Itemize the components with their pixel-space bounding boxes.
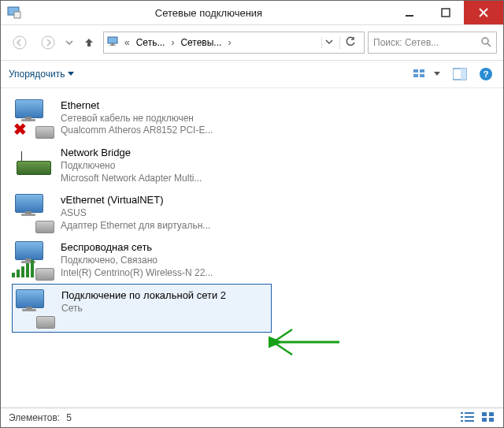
connection-item-vethernet[interactable]: vEthernet (VirtualNET) ASUS Адаптер Ethe… [12, 189, 270, 236]
chevron-right-icon: › [226, 37, 232, 48]
refresh-button[interactable] [339, 36, 361, 50]
svg-rect-1 [14, 12, 20, 18]
svg-rect-32 [482, 418, 487, 422]
organize-label: Упорядочить [9, 69, 65, 80]
status-label: Элементов: [9, 412, 60, 423]
wifi-icon [15, 241, 53, 279]
connection-device: Сеть [61, 303, 226, 315]
minimize-button[interactable] [391, 1, 428, 24]
connection-status: Подключено [61, 160, 202, 173]
titlebar: Сетевые подключения [1, 1, 503, 25]
svg-rect-10 [109, 45, 116, 46]
organize-menu[interactable]: Упорядочить [9, 69, 74, 80]
preview-pane-button[interactable] [450, 66, 470, 82]
network-icon [107, 35, 120, 50]
connection-name: Network Bridge [61, 147, 202, 160]
svg-rect-24 [461, 412, 463, 414]
svg-rect-30 [482, 412, 487, 416]
chevron-down-icon [434, 71, 440, 77]
close-button[interactable] [464, 1, 503, 24]
breadcrumb-item[interactable]: Сетевы... [179, 37, 223, 48]
help-icon: ? [480, 68, 492, 80]
help-button[interactable]: ? [476, 66, 495, 82]
view-mode-button[interactable] [410, 66, 443, 82]
large-icons-view-button[interactable] [481, 411, 495, 425]
ethernet-icon [15, 194, 53, 232]
back-button[interactable] [7, 32, 32, 53]
status-count: 5 [66, 412, 72, 423]
svg-rect-17 [420, 74, 424, 77]
breadcrumb-item[interactable]: Сеть... [135, 37, 167, 48]
connection-status: Сетевой кабель не подключен [61, 113, 213, 125]
svg-rect-27 [465, 416, 474, 418]
connection-item-wireless[interactable]: Беспроводная сеть Подключено, Связано In… [12, 236, 270, 284]
ethernet-icon [16, 289, 54, 327]
connection-name: vEthernet (VirtualNET) [61, 194, 210, 207]
svg-rect-3 [442, 9, 450, 17]
connection-status: Подключено, Связано [61, 255, 213, 267]
connection-device: Microsoft Network Adapter Multi... [61, 173, 202, 185]
svg-rect-15 [420, 69, 424, 73]
navbar: « Сеть... › Сетевы... › Поиск: Сетев... [1, 25, 503, 61]
svg-rect-31 [489, 412, 494, 416]
svg-rect-28 [461, 420, 463, 422]
window-title: Сетевые подключения [26, 7, 391, 19]
connection-name: Подключение по локальной сети 2 [61, 289, 226, 303]
details-view-button[interactable] [461, 411, 475, 425]
address-bar[interactable]: « Сеть... › Сетевы... › [103, 32, 365, 54]
connection-device: Адаптер Ethernet для виртуальн... [61, 220, 210, 233]
recent-locations-button[interactable] [64, 32, 75, 53]
maximize-button[interactable] [428, 1, 464, 24]
svg-rect-8 [108, 37, 117, 43]
svg-rect-29 [465, 420, 474, 422]
svg-line-12 [487, 43, 491, 47]
connection-name: Ethernet [61, 99, 213, 113]
svg-marker-13 [68, 72, 74, 76]
svg-marker-18 [434, 72, 440, 76]
search-icon [480, 36, 491, 50]
breadcrumb-sep: « [123, 37, 132, 48]
svg-rect-33 [489, 418, 494, 422]
connection-item-bridge[interactable]: Network Bridge Подключено Microsoft Netw… [12, 142, 270, 189]
svg-line-22 [273, 329, 292, 342]
toolbar: Упорядочить ? [1, 61, 503, 88]
chevron-down-icon [68, 71, 74, 77]
svg-rect-25 [465, 412, 474, 414]
address-dropdown-button[interactable] [321, 37, 336, 48]
svg-point-7 [42, 36, 54, 49]
chevron-right-icon: › [169, 37, 176, 48]
connections-list: ✖ Ethernet Сетевой кабель не подключен Q… [1, 88, 503, 408]
connection-item-ethernet[interactable]: ✖ Ethernet Сетевой кабель не подключен Q… [12, 95, 270, 142]
connection-name: Беспроводная сеть [61, 241, 213, 255]
svg-line-23 [273, 342, 292, 355]
forward-button[interactable] [35, 32, 61, 53]
bridge-icon [15, 147, 53, 184]
search-input[interactable]: Поиск: Сетев... [368, 32, 497, 54]
svg-rect-2 [406, 15, 413, 17]
svg-rect-14 [413, 69, 418, 73]
connection-status: ASUS [61, 207, 210, 220]
connection-device: Intel(R) Centrino(R) Wireless-N 22... [61, 267, 213, 280]
search-placeholder: Поиск: Сетев... [373, 37, 476, 48]
svg-rect-20 [461, 69, 466, 80]
svg-point-6 [13, 36, 26, 49]
connection-device: Qualcomm Atheros AR8152 PCI-E... [61, 125, 213, 137]
ethernet-disconnected-icon: ✖ [15, 99, 53, 137]
control-panel-icon [7, 6, 21, 20]
window: Сетевые подключения [0, 0, 504, 428]
svg-rect-16 [413, 74, 418, 77]
up-button[interactable] [78, 32, 100, 53]
annotation-arrow [269, 318, 347, 366]
window-controls [391, 1, 503, 24]
svg-point-11 [482, 38, 488, 44]
svg-rect-26 [461, 416, 463, 418]
statusbar: Элементов: 5 [1, 408, 503, 427]
connection-item-lan2[interactable]: Подключение по локальной сети 2 Сеть [12, 284, 272, 333]
svg-rect-9 [111, 43, 114, 45]
